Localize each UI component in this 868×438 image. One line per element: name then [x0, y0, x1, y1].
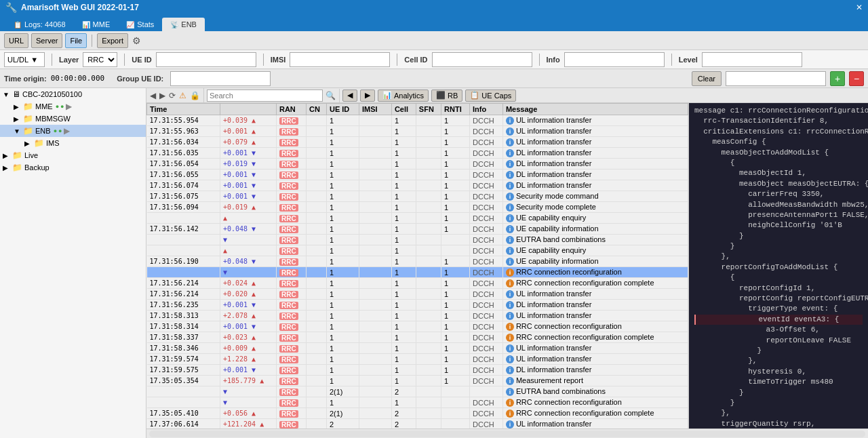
imsi-input[interactable]: [290, 52, 390, 67]
export-button[interactable]: Export: [97, 33, 128, 48]
nav-right-btn[interactable]: ▶: [360, 89, 375, 102]
url-button[interactable]: URL: [4, 33, 28, 48]
cell-rnti: 1: [441, 256, 470, 267]
table-row[interactable]: 17.31:59.574 +1.228 ▲ RRC 1 1 1 DCCH iUL…: [147, 354, 688, 365]
table-row[interactable]: 17.31:58.313 +2.078 ▲ RRC 1 1 1 DCCH iUL…: [147, 311, 688, 321]
ueid-input[interactable]: [156, 52, 256, 67]
title-bar: 🔧 Amarisoft Web GUI 2022-01-17 ✕: [0, 0, 868, 15]
tree-item-backup[interactable]: ▶ 📁 Backup: [0, 161, 146, 174]
tree-toggle-live[interactable]: ▶: [3, 152, 12, 159]
main-toolbar: URL Server File Export ⚙: [0, 31, 868, 50]
info-input[interactable]: [564, 52, 665, 67]
tree-toggle-backup[interactable]: ▶: [3, 164, 12, 172]
warning-button[interactable]: ⚠: [178, 90, 187, 101]
tree-toggle-enb[interactable]: ▼: [14, 127, 23, 135]
table-row[interactable]: ▼ RRC 1 1 DCCH iEUTRA band combinations: [147, 235, 688, 245]
table-row[interactable]: 17.31:56.094 +0.019 ▲ RRC 1 1 1 DCCH iSe…: [147, 202, 688, 213]
table-row[interactable]: 17.31:55.954 +0.039 ▲ RRC 1 1 1 DCCH iUL…: [147, 115, 688, 126]
refresh-button[interactable]: ⟳: [168, 90, 176, 101]
tree-item-mbmsgw[interactable]: ▶ 📁 MBMSGW: [0, 113, 146, 125]
tree-toggle-root[interactable]: ▼: [3, 91, 12, 98]
rrc-badge: RRC: [279, 399, 298, 407]
mme-status-dot: ●: [56, 103, 59, 110]
search-execute-button[interactable]: 🔍: [325, 90, 336, 101]
tree-live-label: Live: [24, 151, 38, 159]
tree-item-mme[interactable]: ▶ 📁 MME ● ● ▶: [0, 100, 146, 113]
table-row[interactable]: 17.31:59.575 +0.001 ▼ RRC 1 1 1 DCCH iDL…: [147, 365, 688, 376]
code-line: measObjectToAddModList {: [694, 148, 863, 158]
table-row[interactable]: 17.31:58.346 +0.009 ▲ RRC 1 1 1 DCCH iUL…: [147, 343, 688, 354]
filter-sep-3: [263, 54, 264, 66]
extra-filter-input[interactable]: [726, 71, 826, 86]
nav-left-btn[interactable]: ◀: [342, 89, 357, 102]
tree-item-live[interactable]: ▶ 📁 Live: [0, 149, 146, 161]
table-row[interactable]: 17.31:56.034 +0.079 ▲ RRC 1 1 1 DCCH iUL…: [147, 137, 688, 148]
table-row[interactable]: 17.31:56.074 +0.001 ▼ RRC 1 1 1 DCCH iDL…: [147, 180, 688, 191]
cell-info: DCCH: [470, 224, 503, 235]
file-button[interactable]: File: [65, 33, 87, 48]
table-row[interactable]: 17.31:56.190 +0.048 ▼ RRC 1 1 1 DCCH iUE…: [147, 256, 688, 267]
table-row[interactable]: 17.31:58.337 +0.023 ▲ RRC 1 1 1 DCCH iRR…: [147, 332, 688, 343]
msg-type-icon: i: [506, 279, 514, 287]
group-ueid-input[interactable]: [170, 71, 271, 86]
tree-toggle-ims[interactable]: ▶: [24, 140, 34, 147]
layer-select[interactable]: RRCMACPHYNAS: [83, 52, 117, 67]
table-row[interactable]: 17.35:05.354 +185.779 ▲ RRC 1 1 1 DCCH i…: [147, 376, 688, 386]
table-row[interactable]: 17.37:06.614 +121.204 ▲ RRC 2 2 DCCH iUL…: [147, 419, 688, 429]
table-row[interactable]: 17.31:55.963 +0.001 ▲ RRC 1 1 1 DCCH iUL…: [147, 126, 688, 137]
rrc-badge: RRC: [279, 378, 298, 385]
table-row[interactable]: 17.31:56.214 +0.020 ▲ RRC 1 1 1 DCCH iUL…: [147, 289, 688, 300]
table-row[interactable]: 17.31:56.142 +0.048 ▼ RRC 1 1 1 DCCH iUE…: [147, 224, 688, 235]
tab-enb[interactable]: 📡 ENB: [162, 18, 205, 31]
tree-item-root[interactable]: ▼ 🖥 CBC-2021050100: [0, 88, 146, 100]
table-row[interactable]: 17.31:56.054 +0.019 ▼ RRC 1 1 1 DCCH iDL…: [147, 159, 688, 170]
server-button[interactable]: Server: [31, 33, 62, 48]
table-row[interactable]: 17.31:56.075 +0.001 ▼ RRC 1 1 1 DCCH iSe…: [147, 191, 688, 202]
tree-item-enb[interactable]: ▼ 📁 ENB ● ● ▶: [0, 125, 146, 137]
settings-button[interactable]: ⚙: [131, 34, 142, 47]
ue-caps-btn[interactable]: 📋 UE Caps: [465, 89, 516, 102]
cell-cn: [306, 321, 326, 332]
msg-type-icon: i: [506, 410, 514, 418]
tree-toggle-mbmsgw[interactable]: ▶: [14, 115, 23, 123]
remove-filter-button[interactable]: −: [849, 71, 864, 86]
horizontal-scrollbar[interactable]: [149, 431, 865, 437]
cell-cn: [306, 289, 326, 300]
table-row[interactable]: ▲ RRC 1 1 DCCH iUE capability enquiry: [147, 245, 688, 256]
table-row[interactable]: 17.31:56.035 +0.001 ▼ RRC 1 1 1 DCCH iDL…: [147, 148, 688, 159]
cell-delta: +0.009 ▲: [220, 343, 276, 354]
tab-logs[interactable]: 📋 Logs: 44068: [5, 18, 74, 31]
code-line: eventId eventA3: {: [694, 315, 863, 325]
tree-item-ims[interactable]: ▶ 📁 IMS: [0, 137, 146, 149]
level-input[interactable]: [702, 52, 802, 67]
cellid-label: Cell ID: [404, 56, 427, 64]
table-row[interactable]: ▼ RRC 1 1 DCCH iRRC connection reconfigu…: [147, 397, 688, 408]
tree-toggle-mme[interactable]: ▶: [14, 103, 23, 111]
clear-button[interactable]: Clear: [692, 71, 722, 86]
tab-mme[interactable]: 📊 MME: [74, 18, 119, 31]
table-row[interactable]: 17.35:05.410 +0.056 ▲ RRC 2(1) 2 DCCH iR…: [147, 408, 688, 419]
table-row[interactable]: 17.31:56.055 +0.001 ▼ RRC 1 1 1 DCCH iDL…: [147, 170, 688, 180]
rb-btn[interactable]: ⬛ RB: [431, 89, 462, 102]
cell-rnti: 1: [441, 224, 470, 235]
uldl-dropdown[interactable]: UL/DL ▼: [4, 52, 45, 67]
cell-ran: RRC: [276, 386, 306, 397]
nav-forward-button[interactable]: ▶: [159, 90, 166, 101]
tab-stats[interactable]: 📈 Stats: [118, 18, 162, 31]
table-row[interactable]: 17.31:56.235 +0.001 ▼ RRC 1 1 1 DCCH iDL…: [147, 300, 688, 311]
table-row[interactable]: 17.31:56.214 +0.024 ▲ RRC 1 1 1 DCCH iRR…: [147, 278, 688, 289]
msg-type-icon: i: [506, 344, 514, 353]
analytics-btn[interactable]: 📊 Analytics: [378, 89, 429, 102]
close-window-button[interactable]: ✕: [856, 3, 863, 12]
cellid-input[interactable]: [432, 52, 532, 67]
table-row[interactable]: ▼ RRC 2(1) 2 iEUTRA band combinations: [147, 386, 688, 397]
table-row[interactable]: ▲ RRC 1 1 1 DCCH iUE capability enquiry: [147, 213, 688, 224]
nav-back-button[interactable]: ◀: [149, 90, 157, 101]
table-row[interactable]: ▼ RRC 1 1 1 DCCH iRRC connection reconfi…: [147, 267, 688, 278]
table-row[interactable]: 17.31:58.314 +0.001 ▼ RRC 1 1 1 DCCH iRR…: [147, 321, 688, 332]
msg-type-icon: i: [506, 236, 514, 244]
cell-rnti: [441, 397, 470, 408]
search-input[interactable]: [207, 89, 323, 102]
add-filter-button[interactable]: +: [830, 71, 845, 86]
lock-button[interactable]: 🔒: [189, 90, 201, 101]
